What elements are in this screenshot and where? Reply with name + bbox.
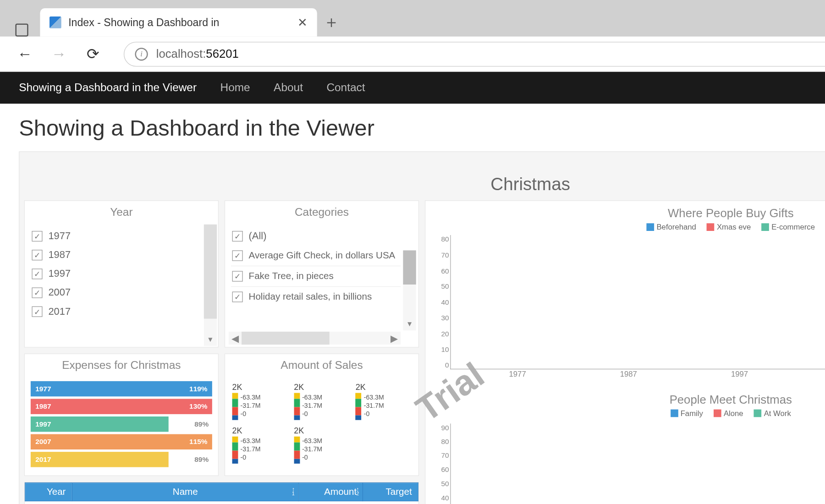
chart-people-meet: People Meet ChristmasFamilyAloneAt Work9…: [425, 387, 825, 504]
category-label: Holiday retail sales, in billions: [249, 291, 372, 302]
categories-hscroll[interactable]: ◀ ▶: [229, 332, 401, 345]
year-scrollbar[interactable]: ▲ ▼: [204, 225, 217, 346]
table-header[interactable]: Target: [363, 483, 418, 501]
category-label: Average Gift Check, in dollars USA: [249, 250, 396, 261]
year-filter-title: Year: [25, 201, 218, 223]
table-header[interactable]: Year: [25, 483, 72, 501]
site-info-icon[interactable]: i: [135, 48, 148, 60]
checkbox-icon[interactable]: ✓: [232, 271, 243, 281]
scroll-down-icon[interactable]: ▼: [403, 318, 416, 330]
year-item[interactable]: ✓1987: [31, 246, 200, 264]
categories-filter-panel: Categories ✓ (All) ✓Average Gift Check, …: [225, 200, 419, 347]
url-text: localhost:56201: [156, 47, 239, 61]
category-all-label: (All): [249, 230, 267, 242]
sales-gauge: 2K-63.3M-31.7M-0: [232, 382, 288, 420]
sales-title: Amount of Sales: [225, 354, 418, 377]
chart-legend: FamilyAloneAt Work: [433, 409, 825, 421]
sales-gauge: 2K-63.3M-31.7M-0: [294, 426, 350, 464]
categories-vscroll[interactable]: ▼: [403, 250, 416, 330]
year-item[interactable]: ✓1997: [31, 264, 200, 283]
back-button[interactable]: ←: [11, 40, 39, 68]
y-axis: 80706050403020100: [433, 235, 449, 369]
expense-row: 2007115%: [31, 434, 212, 449]
dashboard-title: Christmas: [19, 175, 825, 201]
expenses-title: Expenses for Christmas: [25, 354, 218, 377]
plot-area: [450, 423, 825, 504]
checkbox-icon[interactable]: ✓: [232, 250, 243, 261]
expense-row: 1987130%: [31, 399, 212, 414]
category-all[interactable]: ✓ (All): [231, 227, 401, 246]
year-item[interactable]: ✓2007: [31, 283, 200, 302]
tab-favicon-icon: [50, 16, 61, 28]
sales-gauge: 2K-63.3M-31.7M-0: [294, 382, 350, 420]
browser-tab[interactable]: Index - Showing a Dashboard in ✕: [40, 8, 317, 37]
checkbox-icon[interactable]: ✓: [232, 291, 243, 302]
expense-row: 199789%: [31, 416, 212, 432]
year-item[interactable]: ✓2017: [31, 302, 200, 321]
nav-home[interactable]: Home: [220, 81, 250, 94]
checkbox-icon[interactable]: ✓: [32, 250, 42, 260]
plot-area: [450, 235, 825, 369]
close-tab-icon[interactable]: ✕: [297, 15, 308, 29]
charts-panel: Trial Where People Buy GiftsBeforehandXm…: [425, 200, 825, 504]
scroll-thumb[interactable]: [242, 332, 329, 345]
table-row[interactable]: 1977Average Gift Check, in dollars USA90: [25, 501, 418, 504]
reload-button[interactable]: ⟳: [79, 40, 107, 68]
checkbox-icon[interactable]: ✓: [32, 287, 42, 298]
category-item[interactable]: ✓Average Gift Check, in dollars USA: [231, 246, 401, 266]
chart-where-buy: Where People Buy GiftsBeforehandXmas eve…: [425, 201, 825, 387]
sales-gauge: 2K-63.3M-31.7M-0: [356, 382, 412, 420]
table-header[interactable]: Name↑1: [72, 483, 299, 501]
app-icon: [15, 23, 28, 36]
expense-row: 201789%: [31, 452, 212, 467]
year-label: 1977: [48, 230, 71, 242]
data-table: YearName↑1Amount↑2Target1977Average Gift…: [25, 482, 418, 504]
y-axis: 9080706050403020: [433, 423, 449, 504]
brand-title[interactable]: Showing a Dashboard in the Viewer: [19, 81, 197, 94]
year-label: 2017: [48, 306, 71, 318]
new-tab-button[interactable]: ＋: [317, 8, 346, 37]
scroll-thumb[interactable]: [403, 250, 416, 285]
sales-gauge: 2K-63.3M-31.7M-0: [232, 426, 288, 464]
tab-title: Index - Showing a Dashboard in: [68, 16, 291, 28]
forward-button[interactable]: →: [45, 40, 73, 68]
page-title: Showing a Dashboard in the Viewer: [19, 115, 825, 141]
checkbox-icon[interactable]: ✓: [32, 307, 42, 317]
year-item[interactable]: ✓1977: [31, 227, 200, 246]
chart-title: People Meet Christmas: [433, 389, 825, 409]
app-navbar: Showing a Dashboard in the Viewer Home A…: [0, 72, 825, 104]
year-label: 1997: [48, 268, 71, 280]
scroll-thumb[interactable]: [204, 225, 217, 319]
category-item[interactable]: ✓Fake Tree, in pieces: [231, 266, 401, 286]
category-item[interactable]: ✓Holiday retail sales, in billions: [231, 286, 401, 307]
checkbox-icon[interactable]: ✓: [32, 231, 42, 241]
x-axis: 19771987199720072017: [450, 369, 825, 382]
checkbox-icon[interactable]: ✓: [32, 268, 42, 279]
chart-title: Where People Buy Gifts: [433, 203, 825, 223]
address-bar[interactable]: i localhost:56201: [124, 42, 825, 66]
dashboard: Christmas Year ✓1977✓1987✓1997✓2007✓2017…: [19, 151, 825, 504]
expense-row: 1977119%: [31, 381, 212, 396]
year-label: 1987: [48, 249, 71, 261]
categories-filter-title: Categories: [225, 201, 418, 223]
scroll-down-icon[interactable]: ▼: [204, 333, 217, 345]
year-label: 2007: [48, 287, 71, 299]
data-table-panel: YearName↑1Amount↑2Target1977Average Gift…: [24, 482, 419, 504]
table-header[interactable]: Amount↑2: [299, 483, 363, 501]
scroll-right-icon[interactable]: ▶: [388, 333, 401, 344]
nav-contact[interactable]: Contact: [326, 81, 365, 94]
category-label: Fake Tree, in pieces: [249, 271, 334, 281]
sales-panel: Amount of Sales 2K-63.3M-31.7M-02K-63.3M…: [225, 353, 419, 476]
scroll-left-icon[interactable]: ◀: [229, 333, 242, 344]
nav-about[interactable]: About: [274, 81, 303, 94]
expenses-panel: Expenses for Christmas 1977119%1987130%1…: [24, 353, 219, 476]
chart-legend: BeforehandXmas eveE-commerce: [433, 223, 825, 235]
checkbox-icon[interactable]: ✓: [232, 231, 243, 241]
year-filter-panel: Year ✓1977✓1987✓1997✓2007✓2017 ▲ ▼: [24, 200, 219, 347]
